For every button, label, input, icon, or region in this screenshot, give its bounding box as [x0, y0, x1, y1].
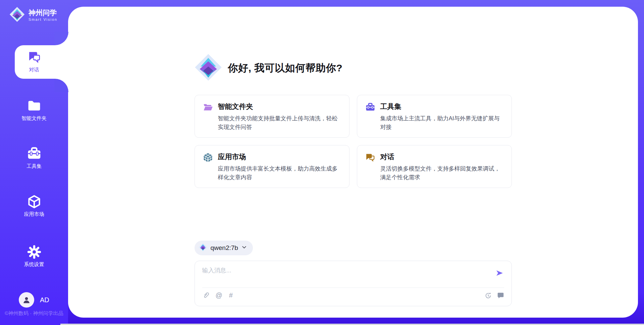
greeting-block: 你好, 我可以如何帮助你? [195, 54, 512, 82]
model-selector[interactable]: qwen2:7b [195, 241, 253, 255]
card-smart-folder[interactable]: 智能文件夹 智能文件夹功能支持批量文件上传与清洗，轻松实现文件问答 [195, 95, 350, 138]
user-profile[interactable]: AD [19, 292, 49, 308]
brand-diamond-icon [195, 54, 222, 82]
sidebar: 神州问学 Smart Vision 对话 智能文件夹 工 [0, 0, 68, 325]
card-desc: 应用市场提供丰富长文本模板，助力高效生成多样化文章内容 [218, 165, 341, 182]
card-toolset[interactable]: 工具集 集成市场上主流工具，助力AI与外界无缝扩展与对接 [357, 95, 512, 138]
card-chat[interactable]: 对话 灵活切换多模型文件，支持多样回复效果调试，满足个性化需求 [357, 145, 512, 188]
feature-cards: 智能文件夹 智能文件夹功能支持批量文件上传与清洗，轻松实现文件问答 工具集 [195, 95, 512, 188]
tab-curve-bottom [54, 79, 68, 92]
chat-icon [365, 152, 375, 181]
avatar [19, 292, 34, 308]
message-composer: @ # [195, 261, 512, 306]
send-icon[interactable] [495, 269, 503, 277]
brand-diamond-icon [199, 243, 207, 253]
model-name: qwen2:7b [211, 244, 238, 252]
sidebar-item-chat[interactable]: 对话 [0, 50, 68, 73]
cube-icon [0, 194, 68, 209]
chat-bubble-icon[interactable] [497, 292, 504, 299]
brand-name: 神州问学 [29, 9, 57, 17]
card-title: 应用市场 [218, 152, 341, 161]
sidebar-item-settings[interactable]: 系统设置 [0, 244, 68, 268]
card-desc: 集成市场上主流工具，助力AI与外界无缝扩展与对接 [380, 114, 503, 131]
folder-open-icon [203, 102, 213, 131]
gear-icon [0, 244, 68, 260]
sidebar-item-toolset[interactable]: 工具集 [0, 146, 68, 170]
toolbox-icon [0, 146, 68, 161]
sidebar-item-label: 对话 [0, 67, 68, 73]
toolbox-icon [365, 102, 375, 131]
sidebar-item-label: 系统设置 [0, 261, 68, 268]
card-app-market[interactable]: 应用市场 应用市场提供丰富长文本模板，助力高效生成多样化文章内容 [195, 145, 350, 188]
folder-icon [0, 98, 68, 114]
card-desc: 灵活切换多模型文件，支持多样回复效果调试，满足个性化需求 [380, 165, 503, 182]
sidebar-item-smart-folder[interactable]: 智能文件夹 [0, 98, 68, 122]
sidebar-item-label: 应用市场 [0, 211, 68, 217]
brand-diamond-icon [9, 7, 25, 23]
tab-curve-top [54, 32, 68, 45]
main-panel: 你好, 我可以如何帮助你? 智能文件夹 智能文件夹功能支持批量文件上传与清洗，轻… [68, 7, 638, 318]
sidebar-footer: ©神州数码 · 神州问学出品 [5, 310, 63, 317]
window-bottom-edge [60, 324, 644, 325]
greeting-title: 你好, 我可以如何帮助你? [228, 61, 343, 75]
chevron-down-icon [241, 245, 247, 251]
user-name: AD [40, 296, 49, 304]
sidebar-item-label: 智能文件夹 [0, 115, 68, 122]
card-title: 工具集 [380, 102, 503, 111]
card-desc: 智能文件夹功能支持批量文件上传与清洗，轻松实现文件问答 [218, 114, 341, 131]
sidebar-item-label: 工具集 [0, 163, 68, 170]
sidebar-item-app-market[interactable]: 应用市场 [0, 194, 68, 217]
card-title: 对话 [380, 152, 503, 161]
card-title: 智能文件夹 [218, 102, 341, 111]
brand-subtitle: Smart Vision [29, 17, 57, 22]
brand: 神州问学 Smart Vision [9, 7, 57, 23]
message-input[interactable] [202, 266, 492, 287]
topic-icon[interactable]: # [229, 292, 233, 299]
mention-icon[interactable]: @ [216, 292, 222, 299]
main-content: 你好, 我可以如何帮助你? 智能文件夹 智能文件夹功能支持批量文件上传与清洗，轻… [195, 7, 512, 306]
history-icon[interactable] [485, 292, 492, 299]
chat-icon [0, 50, 68, 65]
attachment-icon[interactable] [202, 291, 209, 299]
cube-grid-icon [203, 152, 213, 181]
